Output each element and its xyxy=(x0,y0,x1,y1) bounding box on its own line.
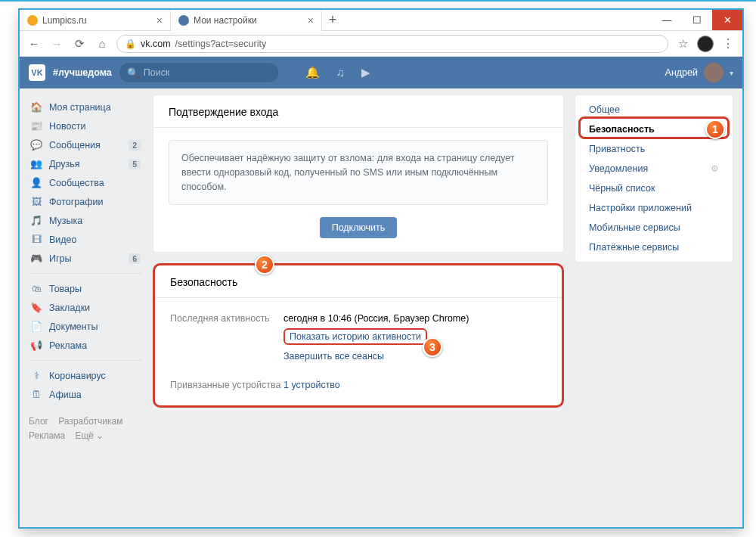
sidebar-item[interactable]: 🎞Видео xyxy=(29,230,142,249)
sidebar-item[interactable]: ⚕Коронавирус xyxy=(29,366,142,385)
nav-label: Друзья xyxy=(49,159,80,169)
header-icons: 🔔 ♫ ▶ xyxy=(305,66,370,79)
back-button[interactable]: ← xyxy=(26,36,42,52)
settings-tab-label: Общее xyxy=(589,104,620,115)
settings-tab-label: Приватность xyxy=(589,144,645,154)
settings-tab-label: Платёжные сервисы xyxy=(589,242,679,253)
sidebar-item[interactable]: 🖼Фотографии xyxy=(29,192,142,211)
nav-icon: 🏠 xyxy=(30,101,42,113)
footer-link[interactable]: Блог xyxy=(29,416,48,427)
vk-hashtag[interactable]: #лучшедома xyxy=(53,67,112,78)
login-confirmation-panel: Подтверждение входа Обеспечивает надёжну… xyxy=(153,95,564,253)
nav-icon: 📢 xyxy=(30,340,42,351)
new-tab-button[interactable]: + xyxy=(322,10,343,30)
nav-label: Закладки xyxy=(49,303,90,313)
browser-window: Lumpics.ru × Мои настройки × + — ☐ ✕ ← →… xyxy=(19,9,743,528)
address-bar[interactable]: 🔒 vk.com/settings?act=security xyxy=(116,35,668,53)
settings-tab[interactable]: Чёрный список xyxy=(575,178,733,198)
end-all-sessions-link[interactable]: Завершить все сеансы xyxy=(284,351,384,362)
sidebar-item[interactable]: 📰Новости xyxy=(29,116,142,135)
nav-label: Реклама xyxy=(49,340,87,351)
search-input[interactable]: 🔍 Поиск xyxy=(119,63,278,82)
nav-icon: ⚕ xyxy=(30,370,42,381)
settings-tab-label: Уведомления xyxy=(589,163,648,174)
sidebar-item[interactable]: 📄Документы xyxy=(29,317,142,336)
browser-tab-vk-settings[interactable]: Мои настройки × xyxy=(171,10,322,31)
menu-button[interactable]: ⋮ xyxy=(720,36,736,52)
sidebar-item[interactable]: 🔖Закладки xyxy=(29,298,142,317)
settings-tab[interactable]: Настройки приложений xyxy=(575,198,733,218)
page-body: 🏠Моя страница📰Новости💬Сообщения2👥Друзья5… xyxy=(20,88,742,527)
nav-icon: 👤 xyxy=(30,177,42,188)
nav-icon: 🗓 xyxy=(30,389,42,400)
sidebar-item[interactable]: 🎵Музыка xyxy=(29,211,142,230)
settings-tab-label: Настройки приложений xyxy=(589,203,692,213)
sidebar-item[interactable]: 👤Сообщества xyxy=(29,173,142,192)
nav-icon: 🎞 xyxy=(30,234,42,245)
minimize-button[interactable]: — xyxy=(652,10,682,30)
main-column: Подтверждение входа Обеспечивает надёжну… xyxy=(153,95,564,527)
reload-button[interactable]: ⟳ xyxy=(71,36,88,52)
close-tab-icon[interactable]: × xyxy=(156,14,163,26)
settings-tab[interactable]: Общее xyxy=(575,100,733,120)
home-button[interactable]: ⌂ xyxy=(94,36,110,52)
footer-link[interactable]: Реклама xyxy=(29,430,65,441)
user-menu[interactable]: Андрей ▾ xyxy=(665,63,733,82)
devices-label: Привязанные устройства xyxy=(170,380,284,390)
close-tab-icon[interactable]: × xyxy=(308,14,314,26)
maximize-button[interactable]: ☐ xyxy=(682,10,712,30)
browser-tab-lumpics[interactable]: Lumpics.ru × xyxy=(20,10,171,31)
show-activity-history-link-outline: Показать историю активности 3 xyxy=(284,328,427,345)
browser-toolbar: ← → ⟳ ⌂ 🔒 vk.com/settings?act=security ☆… xyxy=(20,31,742,57)
enable-2fa-button[interactable]: Подключить xyxy=(320,217,398,238)
separator xyxy=(29,360,142,361)
footer-link[interactable]: Разработчикам xyxy=(58,416,122,427)
settings-tab[interactable]: Платёжные сервисы xyxy=(575,237,733,257)
vk-logo-icon[interactable]: VK xyxy=(29,64,45,81)
profile-avatar-icon[interactable] xyxy=(697,36,714,52)
nav-label: Видео xyxy=(49,234,77,245)
sidebar-item[interactable]: 📢Реклама xyxy=(29,336,142,355)
sidebar-item[interactable]: 👥Друзья5 xyxy=(29,154,142,173)
devices-link[interactable]: 1 устройство xyxy=(284,380,340,390)
sidebar-item[interactable]: 🎮Игры6 xyxy=(29,249,142,268)
favicon-icon xyxy=(27,15,38,26)
nav-icon: 📄 xyxy=(30,321,42,332)
nav-icon: 🎮 xyxy=(30,253,42,264)
settings-tab[interactable]: Уведомления⚙ xyxy=(575,159,733,178)
settings-tab[interactable]: Мобильные сервисы xyxy=(575,218,733,237)
callout-marker-3: 3 xyxy=(423,337,442,357)
forward-button[interactable]: → xyxy=(48,36,65,52)
callout-marker-1: 1 xyxy=(705,120,725,139)
panel-title: Подтверждение входа xyxy=(153,95,563,128)
url-domain: vk.com xyxy=(141,39,171,49)
url-path: /settings?act=security xyxy=(175,39,267,49)
nav-label: Товары xyxy=(49,284,82,294)
sidebar-item[interactable]: 🗓Афиша xyxy=(29,385,142,404)
nav-label: Коронавирус xyxy=(49,371,106,381)
footer-link[interactable]: Ещё ⌄ xyxy=(75,430,104,441)
player-icon[interactable]: ▶ xyxy=(361,66,370,79)
user-name: Андрей xyxy=(665,67,698,78)
music-icon[interactable]: ♫ xyxy=(336,66,345,79)
sidebar-item[interactable]: 🏠Моя страница xyxy=(29,98,142,116)
left-sidebar: 🏠Моя страница📰Новости💬Сообщения2👥Друзья5… xyxy=(29,95,142,527)
search-placeholder: Поиск xyxy=(144,67,170,78)
nav-label: Новости xyxy=(49,121,85,132)
sidebar-item[interactable]: 💬Сообщения2 xyxy=(29,135,142,154)
settings-tab[interactable]: Приватность xyxy=(575,139,733,159)
sidebar-item[interactable]: 🛍Товары xyxy=(29,279,142,298)
lock-icon: 🔒 xyxy=(125,39,136,49)
gear-icon[interactable]: ⚙ xyxy=(711,163,719,174)
footer-links: Блог Разработчикам Реклама Ещё ⌄ xyxy=(29,414,142,443)
nav-icon: 💬 xyxy=(30,139,42,151)
star-icon[interactable]: ☆ xyxy=(674,36,691,52)
nav-icon: 👥 xyxy=(30,158,42,169)
last-activity-label: Последняя активность xyxy=(170,313,284,324)
nav-icon: 🖼 xyxy=(30,196,42,207)
nav-label: Музыка xyxy=(49,216,82,226)
close-window-button[interactable]: ✕ xyxy=(712,10,742,30)
show-activity-history-link[interactable]: Показать историю активности xyxy=(290,331,421,342)
chevron-down-icon: ▾ xyxy=(730,69,733,77)
notifications-icon[interactable]: 🔔 xyxy=(305,66,320,79)
